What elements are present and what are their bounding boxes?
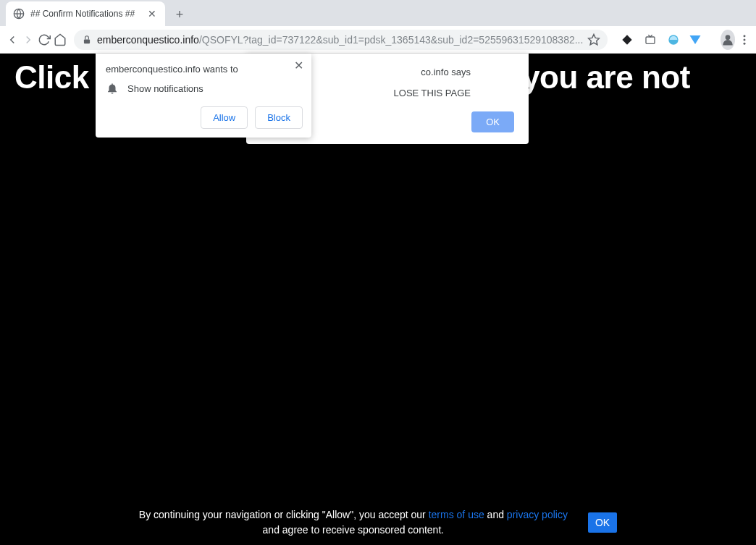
- allow-button[interactable]: Allow: [201, 106, 248, 129]
- headline-right: you are not: [522, 59, 690, 95]
- svg-rect-9: [646, 37, 655, 43]
- block-button[interactable]: Block: [255, 106, 303, 129]
- tab-title: ## Confirm Notifications ##: [30, 9, 140, 19]
- notification-permission-popup: ✕ emberconquestico.info wants to Show no…: [96, 54, 311, 138]
- address-bar[interactable]: emberconquestico.info /QSOFYL?tag_id=737…: [74, 30, 608, 50]
- bookmark-star-icon[interactable]: [587, 33, 600, 46]
- browser-toolbar: emberconquestico.info /QSOFYL?tag_id=737…: [0, 26, 756, 54]
- consent-text: By continuing your navigation or clickin…: [139, 507, 568, 538]
- svg-point-12: [726, 35, 731, 40]
- extension-icon-3[interactable]: [667, 33, 680, 46]
- terms-link[interactable]: terms of use: [429, 509, 484, 520]
- svg-point-13: [744, 35, 746, 37]
- extension-icon-4[interactable]: [689, 33, 702, 46]
- home-button[interactable]: [54, 30, 67, 50]
- permission-row-text: Show notifications: [127, 83, 203, 94]
- svg-marker-11: [690, 35, 701, 44]
- extension-icon-2[interactable]: [644, 33, 657, 46]
- browser-tab[interactable]: ## Confirm Notifications ## ✕: [6, 1, 165, 26]
- profile-avatar[interactable]: [721, 30, 735, 50]
- back-button[interactable]: [6, 30, 19, 50]
- lock-icon: [81, 34, 93, 46]
- permission-title: emberconquestico.info wants to: [106, 64, 303, 75]
- forward-button[interactable]: [22, 30, 35, 50]
- tab-close-icon[interactable]: ✕: [146, 8, 158, 20]
- svg-marker-8: [623, 35, 632, 44]
- url-text: emberconquestico.info /QSOFYL?tag_id=737…: [97, 34, 583, 46]
- permission-close-icon[interactable]: ✕: [291, 58, 306, 72]
- svg-rect-6: [84, 39, 90, 43]
- bell-icon: [106, 82, 119, 95]
- headline-left: Click: [14, 59, 89, 95]
- extension-icons: [621, 33, 680, 46]
- url-host: emberconquestico.info: [97, 34, 199, 46]
- consent-bar: By continuing your navigation or clickin…: [0, 507, 756, 538]
- svg-point-15: [744, 42, 746, 44]
- consent-ok-button[interactable]: OK: [588, 512, 617, 533]
- browser-menu-button[interactable]: [738, 33, 751, 46]
- reload-button[interactable]: [38, 30, 51, 50]
- extension-icon-1[interactable]: [621, 33, 634, 46]
- svg-point-14: [744, 38, 746, 41]
- tab-bar: ## Confirm Notifications ## ✕ +: [0, 0, 756, 26]
- alert-ok-button[interactable]: OK: [471, 111, 514, 132]
- url-path: /QSOFYL?tag_id=737122&sub_id1=pdsk_13651…: [199, 34, 584, 46]
- privacy-link[interactable]: privacy policy: [507, 509, 568, 520]
- new-tab-button[interactable]: +: [169, 4, 190, 25]
- svg-marker-7: [589, 34, 600, 44]
- globe-icon: [13, 8, 25, 20]
